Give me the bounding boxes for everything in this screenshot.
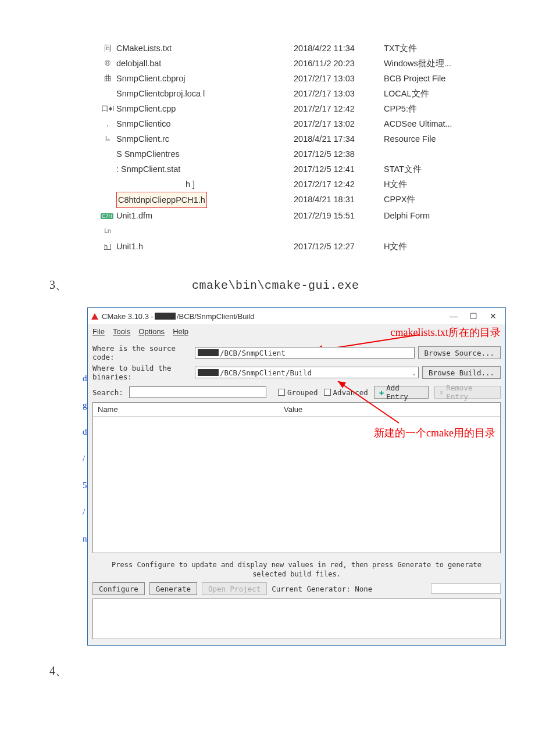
exe-path: cmake\bin\cmake-gui.exe (192, 279, 359, 292)
open-project-button: Open Project (202, 582, 267, 595)
file-type: ACDSee Ultimat... (384, 116, 483, 131)
list-item: C8htdnpiClieppPCH1.h2018/4/21 18:31CPPX件 (99, 192, 535, 208)
browse-source-button[interactable]: Browse Source... (418, 346, 501, 359)
step-3-heading: 3、 cmake\bin\cmake-gui.exe (49, 277, 535, 293)
file-type: H文件 (384, 177, 483, 192)
file-date: 2017/2/17 13:03 (294, 71, 384, 86)
file-name: Unit1.dfm (116, 208, 294, 239)
file-icon: , (99, 116, 116, 131)
grouped-checkbox[interactable]: Grouped (278, 388, 318, 397)
menu-help[interactable]: Help (173, 327, 188, 336)
file-date: 2017/12/5 12:41 (294, 162, 384, 177)
file-list: 问CMakeLists.txt2018/4/22 11:34TXT文件 ®del… (99, 41, 535, 254)
file-type (384, 146, 483, 162)
file-icon: ® (99, 56, 116, 71)
file-type: CPPX件 (384, 192, 483, 208)
remove-icon: ✖ (440, 388, 444, 397)
file-name: SnmpClientcbproj.loca l (116, 86, 294, 101)
grid-header-name: Name (98, 405, 284, 414)
dropdown-caret-icon[interactable]: ⌄ (412, 370, 416, 376)
output-log[interactable] (92, 599, 501, 639)
source-input[interactable]: /BCB/SnmpClient (195, 347, 415, 359)
file-date: 2017/2/19 15:51 (294, 208, 384, 239)
current-generator-label: Current Generator: None (272, 585, 372, 593)
grid-header-value: Value (284, 405, 302, 414)
remove-entry-button: ✖Remove Entry (434, 386, 501, 399)
list-item: 口♦lSnmpClient.cpp2017/2/17 12:42CPP5:件 (99, 101, 535, 116)
file-type: CPP5:件 (384, 101, 483, 116)
progress-bar (431, 583, 501, 594)
file-icon: lₐ (99, 131, 116, 146)
file-date: 2017/2/17 13:02 (294, 116, 384, 131)
file-icon (99, 177, 116, 192)
grid-header: Name Value (93, 403, 500, 417)
file-type: BCB Project File (384, 71, 483, 86)
annotation-build-dir: 新建的一个cmake用的目录 (374, 426, 495, 440)
file-type: TXT文件 (384, 41, 483, 56)
minimize-button[interactable]: — (444, 311, 463, 321)
file-date: 2018/4/22 11:34 (294, 41, 384, 56)
file-type: Delphi Form (384, 208, 483, 239)
redacted-path-segment (198, 369, 219, 376)
menu-tools[interactable]: Tools (113, 327, 130, 336)
file-icon: 问 (99, 41, 116, 56)
menu-file[interactable]: File (92, 327, 105, 336)
file-name: SnmpClient.rc (116, 131, 294, 146)
cache-grid[interactable]: Name Value 新建的一个cmake用的目录 (92, 402, 501, 553)
file-date: 2016/11/2 20:23 (294, 56, 384, 71)
list-item: h IUnit1.h2017/12/5 12:27H文件 (99, 239, 535, 254)
source-label: Where is the source code: (92, 344, 191, 361)
advanced-checkbox[interactable]: Advanced (324, 388, 368, 397)
build-label: Where to build the binaries: (92, 364, 191, 381)
file-type: H文件 (384, 239, 483, 254)
file-name: SnmpClient.cbproj (116, 71, 294, 86)
step-number: 3、 (49, 278, 67, 291)
file-icon (99, 146, 116, 162)
build-input[interactable]: /BCB/SnmpClient/Build ⌄ (195, 367, 419, 378)
list-item: SnmpClientcbproj.loca l2017/2/17 13:03LO… (99, 86, 535, 101)
file-date: 2018/4/21 18:31 (294, 192, 384, 208)
file-name: h ] (116, 177, 294, 192)
file-name: SSnmpClientres (116, 146, 294, 162)
file-icon (99, 192, 116, 208)
file-date: 2018/4/21 17:34 (294, 131, 384, 146)
file-icon: 曲 (99, 71, 116, 86)
file-name: CMakeLists.txt (116, 41, 294, 56)
redacted-path-segment (198, 349, 219, 356)
instructions-text: Press Configure to update and display ne… (92, 560, 501, 579)
configure-button[interactable]: Configure (92, 582, 145, 595)
file-icon: 口♦l (99, 101, 116, 116)
file-type: LOCAL文件 (384, 86, 483, 101)
file-date: 2017/12/5 12:27 (294, 239, 384, 254)
file-name: C8htdnpiClieppPCH1.h (116, 192, 294, 208)
file-name: SnmpClientico (116, 116, 294, 131)
file-date: 2017/2/17 13:03 (294, 86, 384, 101)
title-bar: CMake 3.10.3 - /BCB/SnmpClient/Build — ☐… (88, 308, 505, 324)
search-label: Search: (92, 388, 123, 397)
file-icon: h I (99, 239, 116, 254)
file-type: STAT文件 (384, 162, 483, 177)
file-name: delobjall.bat (116, 56, 294, 71)
add-entry-button[interactable]: ✚Add Entry (374, 386, 429, 399)
close-button[interactable]: ✕ (483, 311, 503, 321)
search-input[interactable] (129, 386, 266, 398)
list-item: SSnmpClientres2017/12/5 12:38 (99, 146, 535, 162)
list-item: lₐSnmpClient.rc2018/4/21 17:34Resource F… (99, 131, 535, 146)
plus-icon: ✚ (379, 388, 384, 397)
cmake-logo-icon (91, 313, 98, 320)
maximize-button[interactable]: ☐ (463, 311, 483, 321)
list-item: h ]2017/2/17 12:42H文件 (99, 177, 535, 192)
annotation-source-dir: cmakelists.txt所在的目录 (391, 325, 501, 339)
file-date: 2017/2/17 12:42 (294, 177, 384, 192)
step-4-heading: 4、 (49, 663, 535, 679)
file-icon (99, 86, 116, 101)
file-date: 2017/12/5 12:38 (294, 146, 384, 162)
file-icon (99, 162, 116, 177)
list-item: ,SnmpClientico2017/2/17 13:02ACDSee Ulti… (99, 116, 535, 131)
browse-build-button[interactable]: Browse Build... (422, 366, 501, 379)
clipped-left-text: d g d / 5 / n (83, 365, 87, 552)
generate-button[interactable]: Generate (149, 582, 197, 595)
file-name: SnmpClient.cpp (116, 101, 294, 116)
window-title-suffix: /BCB/SnmpClient/Build (177, 312, 255, 321)
menu-options[interactable]: Options (138, 327, 165, 336)
